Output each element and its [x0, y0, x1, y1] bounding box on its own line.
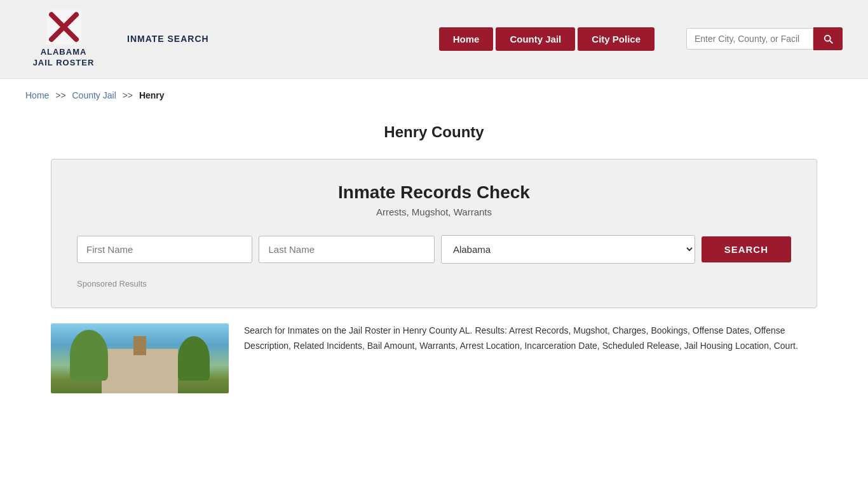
- logo-icon: [46, 10, 81, 44]
- breadcrumb-sep1: >>: [55, 90, 65, 100]
- state-select[interactable]: AlabamaAlaskaArizonaArkansasCaliforniaCo…: [441, 235, 695, 264]
- nav-county-jail[interactable]: County Jail: [496, 27, 575, 51]
- courthouse-graphic: [51, 323, 229, 393]
- breadcrumb-county-jail[interactable]: County Jail: [72, 90, 116, 100]
- breadcrumb-current: Henry: [139, 90, 165, 100]
- bottom-description: Search for Inmates on the Jail Roster in…: [244, 323, 817, 354]
- breadcrumb: Home >> County Jail >> Henry: [0, 79, 868, 112]
- records-search-button[interactable]: SEARCH: [702, 236, 791, 262]
- header-search-input[interactable]: [686, 28, 813, 50]
- header-search: [686, 27, 843, 50]
- records-box-subtitle: Arrests, Mugshot, Warrants: [77, 207, 791, 217]
- bottom-content: Search for Inmates on the Jail Roster in…: [0, 323, 868, 412]
- breadcrumb-home[interactable]: Home: [25, 90, 49, 100]
- site-header: ALABAMAJAIL ROSTER INMATE SEARCH Home Co…: [0, 0, 868, 79]
- search-icon: [822, 33, 834, 44]
- nav-city-police[interactable]: City Police: [578, 27, 654, 51]
- nav-home[interactable]: Home: [439, 27, 494, 51]
- page-title-area: Henry County: [0, 112, 868, 147]
- first-name-input[interactable]: [77, 236, 252, 263]
- records-check-box: Inmate Records Check Arrests, Mugshot, W…: [51, 159, 817, 308]
- inmate-search-link[interactable]: INMATE SEARCH: [127, 34, 209, 44]
- sponsored-label: Sponsored Results: [77, 279, 791, 288]
- last-name-input[interactable]: [259, 236, 434, 263]
- main-nav: Home County Jail City Police: [439, 27, 654, 51]
- page-title: Henry County: [0, 123, 868, 141]
- courthouse-image: [51, 323, 229, 393]
- breadcrumb-sep2: >>: [123, 90, 133, 100]
- inmate-search-form: AlabamaAlaskaArizonaArkansasCaliforniaCo…: [77, 235, 791, 264]
- header-search-button[interactable]: [813, 27, 843, 50]
- records-box-title: Inmate Records Check: [77, 182, 791, 203]
- logo-text: ALABAMAJAIL ROSTER: [33, 47, 95, 69]
- logo: ALABAMAJAIL ROSTER: [25, 10, 102, 69]
